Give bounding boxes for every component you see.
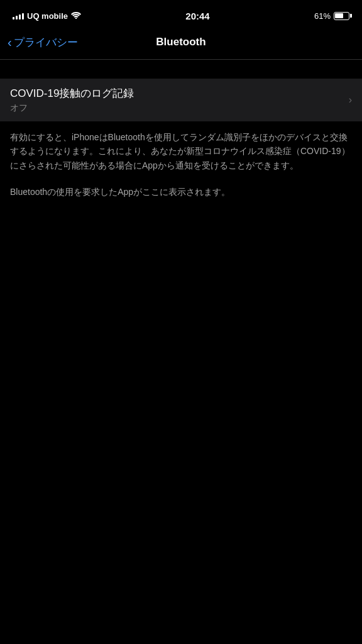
covid-row-content: COVID-19接触のログ記録 オフ [10, 86, 349, 114]
nav-bar: ‹ プライバシー Bluetooth [0, 28, 362, 59]
section-gap-top [0, 60, 362, 79]
battery-percent: 61% [314, 11, 331, 21]
svg-point-0 [75, 17, 77, 18]
status-bar: UQ mobile 20:44 61% [0, 0, 362, 28]
signal-bar-4 [22, 13, 24, 19]
back-button[interactable]: ‹ プライバシー [8, 35, 78, 50]
description-text-2: Bluetoothの使用を要求したAppがここに表示されます。 [0, 185, 362, 211]
battery-icon-container [334, 12, 349, 20]
status-right: 61% [314, 11, 349, 21]
covid-row-chevron-icon: › [349, 94, 352, 106]
status-left: UQ mobile [13, 11, 81, 21]
back-label: プライバシー [14, 35, 78, 50]
covid-row-subtitle: オフ [10, 103, 349, 114]
content: COVID-19接触のログ記録 オフ › 有効にすると、iPhoneはBluet… [0, 60, 362, 212]
battery-icon [334, 12, 349, 20]
signal-bar-3 [19, 14, 21, 19]
carrier-name: UQ mobile [27, 11, 68, 21]
covid-row-title: COVID-19接触のログ記録 [10, 86, 349, 101]
description-block-1: 有効にすると、iPhoneはBluetoothを使用してランダム識別子をほかのデ… [0, 121, 362, 185]
page-title: Bluetooth [156, 36, 206, 48]
wifi-icon [71, 11, 81, 21]
signal-bars [13, 12, 24, 19]
battery-fill [335, 13, 343, 18]
signal-bar-2 [16, 16, 18, 19]
status-time: 20:44 [185, 11, 209, 21]
back-chevron-icon: ‹ [8, 36, 12, 48]
signal-bar-1 [13, 17, 14, 19]
description-text-1: 有効にすると、iPhoneはBluetoothを使用してランダム識別子をほかのデ… [10, 130, 352, 172]
covid-log-row[interactable]: COVID-19接触のログ記録 オフ › [0, 79, 362, 121]
